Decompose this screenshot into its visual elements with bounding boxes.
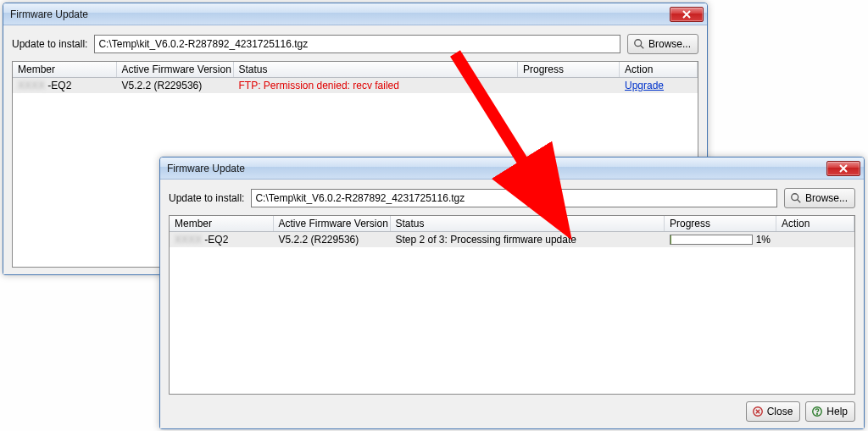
svg-point-4 — [817, 413, 818, 414]
col-status[interactable]: Status — [390, 216, 665, 232]
install-row: Update to install: Browse... — [169, 188, 855, 208]
upgrade-link[interactable]: Upgrade — [625, 80, 664, 91]
close-icon — [839, 164, 848, 173]
table-row[interactable]: XXXX -EQ2 V5.2.2 (R229536) Step 2 of 3: … — [170, 232, 854, 248]
cell-status: Step 2 of 3: Processing firmware update — [390, 232, 665, 248]
table-header-row: Member Active Firmware Version Status Pr… — [13, 62, 698, 78]
search-icon — [790, 192, 802, 204]
titlebar[interactable]: Firmware Update — [3, 3, 707, 25]
cell-action: Upgrade — [620, 78, 698, 94]
window-close-button[interactable] — [826, 161, 860, 176]
help-button[interactable]: Help — [805, 401, 855, 422]
help-icon — [811, 406, 823, 417]
titlebar[interactable]: Firmware Update — [160, 157, 864, 180]
install-path-input[interactable] — [94, 35, 620, 53]
install-label: Update to install: — [169, 192, 244, 204]
col-progress[interactable]: Progress — [518, 62, 620, 78]
cell-status: FTP: Permission denied: recv failed — [233, 78, 518, 94]
col-action[interactable]: Action — [620, 62, 698, 78]
cell-progress — [518, 78, 620, 94]
cell-member: XXXX -EQ2 — [170, 232, 273, 248]
window-title: Firmware Update — [167, 163, 826, 174]
col-version[interactable]: Active Firmware Version — [273, 216, 390, 232]
progress-text: 1% — [756, 234, 771, 246]
cell-progress: 1% — [665, 232, 776, 248]
browse-label: Browse... — [805, 192, 848, 204]
col-progress[interactable]: Progress — [665, 216, 776, 232]
col-status[interactable]: Status — [233, 62, 518, 78]
help-label: Help — [826, 406, 848, 417]
x-circle-icon — [752, 406, 764, 417]
install-path-input[interactable] — [251, 189, 777, 207]
col-action[interactable]: Action — [776, 216, 854, 232]
col-version[interactable]: Active Firmware Version — [116, 62, 233, 78]
progress-bar — [670, 235, 753, 245]
close-label: Close — [767, 406, 793, 417]
firmware-update-window-2: Firmware Update Update to install: Brows… — [159, 157, 865, 429]
svg-point-0 — [635, 40, 642, 47]
install-label: Update to install: — [12, 38, 87, 50]
svg-point-1 — [792, 194, 798, 201]
browse-label: Browse... — [648, 38, 691, 50]
col-member[interactable]: Member — [13, 62, 116, 78]
table-header-row: Member Active Firmware Version Status Pr… — [170, 216, 854, 232]
window-title: Firmware Update — [10, 8, 670, 20]
browse-button[interactable]: Browse... — [627, 34, 698, 54]
progress-fill — [670, 235, 671, 244]
cell-version: V5.2.2 (R229536) — [116, 78, 233, 94]
close-icon — [682, 10, 691, 19]
col-member[interactable]: Member — [170, 216, 273, 232]
table-row[interactable]: XXXX -EQ2 V5.2.2 (R229536) FTP: Permissi… — [13, 78, 698, 94]
window-close-button[interactable] — [670, 7, 704, 22]
search-icon — [633, 38, 645, 50]
cell-member: XXXX -EQ2 — [13, 78, 116, 94]
install-row: Update to install: Browse... — [12, 34, 698, 54]
browse-button[interactable]: Browse... — [784, 188, 855, 208]
firmware-table: Member Active Firmware Version Status Pr… — [169, 215, 855, 395]
cell-version: V5.2.2 (R229536) — [273, 232, 390, 248]
cell-action — [776, 232, 854, 248]
dialog-footer: Close Help — [169, 401, 855, 422]
close-button[interactable]: Close — [746, 401, 801, 422]
window-body: Update to install: Browse... Member Acti… — [160, 180, 864, 428]
